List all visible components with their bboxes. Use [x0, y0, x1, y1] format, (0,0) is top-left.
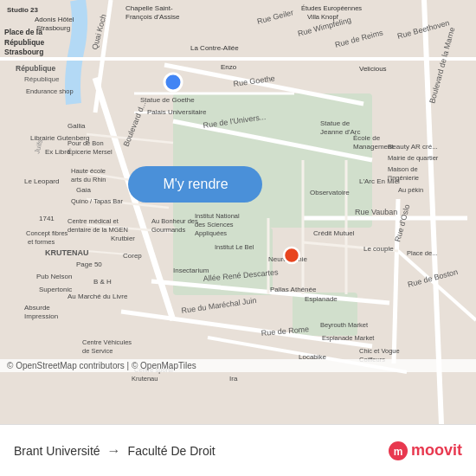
svg-text:Concept fibres: Concept fibres [26, 229, 68, 237]
svg-text:Chic et Vogue: Chic et Vogue [359, 347, 400, 355]
svg-text:Esplanade: Esplanade [305, 295, 338, 303]
svg-text:L'Arc En Miel: L'Arc En Miel [359, 177, 400, 185]
svg-text:B & H: B & H [93, 278, 112, 286]
svg-text:des Sciences: des Sciences [195, 221, 234, 228]
svg-text:Maison de: Maison de [388, 165, 418, 173]
copyright-bar: © OpenStreetMap contributors | © OpenMap… [0, 359, 476, 372]
svg-text:Studio 23: Studio 23 [7, 6, 39, 14]
svg-text:Place de la: Place de la [4, 28, 42, 36]
svg-text:François d'Assise: François d'Assise [125, 13, 180, 21]
svg-text:KRUTENAU: KRUTENAU [45, 248, 89, 257]
svg-text:Gourmands: Gourmands [151, 226, 185, 234]
svg-text:Rue Vauban: Rue Vauban [355, 208, 397, 216]
svg-text:Institut National: Institut National [195, 212, 240, 220]
svg-text:Impression: Impression [24, 312, 58, 320]
svg-text:Au pékin: Au pékin [398, 186, 423, 194]
svg-text:Corep: Corep [123, 252, 142, 260]
moovit-icon: m [389, 441, 408, 460]
svg-text:Statue de Goethe: Statue de Goethe [140, 96, 195, 104]
svg-text:Esplanade Market: Esplanade Market [322, 334, 375, 342]
destination-label: Faculté De Droit [128, 444, 215, 458]
svg-text:Endurance shop: Endurance shop [26, 87, 74, 95]
svg-text:Mairie de quartier: Mairie de quartier [388, 154, 439, 162]
svg-text:Page 50: Page 50 [76, 261, 102, 268]
svg-text:m: m [394, 446, 403, 458]
svg-point-121 [284, 248, 299, 263]
svg-text:Crédit Mutuel: Crédit Mutuel [313, 229, 355, 237]
moovit-logo: m moovit [389, 441, 462, 460]
svg-text:Velicious: Velicious [359, 65, 387, 73]
svg-text:Pour de Bon: Pour de Bon [68, 139, 104, 147]
svg-text:Place de...: Place de... [407, 249, 437, 257]
svg-text:Centre Véhicules: Centre Véhicules [82, 338, 132, 346]
svg-text:Ira: Ira [229, 375, 238, 383]
map-container: Rue Geiler Rue Wimpfeling Rue de Reims R… [0, 0, 476, 424]
svg-text:Statue de: Statue de [320, 119, 351, 127]
svg-text:1741: 1741 [39, 215, 55, 222]
svg-text:Haute école: Haute école [71, 167, 106, 175]
moovit-text: moovit [411, 441, 462, 460]
svg-text:Appliquées: Appliquées [195, 229, 227, 237]
svg-text:Krutenau: Krutenau [132, 375, 158, 383]
svg-text:Palais Universitaire: Palais Universitaire [147, 108, 207, 116]
svg-text:République: République [4, 38, 45, 47]
svg-text:Au Bonheur des: Au Bonheur des [151, 217, 198, 225]
svg-text:Le Leopard: Le Leopard [24, 177, 59, 185]
svg-text:dentaire de la MGEN: dentaire de la MGEN [68, 226, 128, 234]
svg-text:Gallia: Gallia [68, 122, 86, 130]
svg-text:Beauty AR cré...: Beauty AR cré... [388, 143, 438, 151]
svg-text:Absurde: Absurde [24, 304, 50, 312]
svg-text:Quino / Tapas Bar: Quino / Tapas Bar [71, 197, 123, 205]
svg-text:Institut Le Bel: Institut Le Bel [215, 243, 254, 251]
svg-text:Études Européennes: Études Européennes [301, 4, 362, 12]
copyright-text: © OpenStreetMap contributors | © OpenMap… [7, 361, 196, 370]
svg-text:Strasbourg: Strasbourg [4, 48, 43, 56]
svg-text:M'y rendre: M'y rendre [163, 177, 228, 191]
svg-text:Centre médical et: Centre médical et [68, 217, 119, 225]
origin-label: Brant Université [14, 444, 100, 458]
svg-text:Beyrouth Market: Beyrouth Market [320, 321, 369, 329]
svg-text:Adonis Hôtel: Adonis Hôtel [35, 16, 74, 23]
svg-text:Insectarium: Insectarium [173, 267, 209, 274]
svg-text:et formes: et formes [28, 238, 55, 246]
svg-text:Enzo: Enzo [221, 63, 237, 71]
svg-text:Gaia: Gaia [76, 186, 91, 194]
svg-text:Krutbier: Krutbier [111, 235, 135, 242]
svg-text:Chapelle Saint-: Chapelle Saint- [125, 4, 173, 12]
route-info: Brant Université → Faculté De Droit [14, 443, 215, 459]
svg-text:La Contre-Allée: La Contre-Allée [190, 44, 239, 52]
route-arrow: → [107, 443, 121, 459]
svg-text:Observatoire: Observatoire [310, 189, 350, 196]
svg-text:Pallas Athénée: Pallas Athénée [270, 286, 317, 293]
svg-text:Au Marché du Livre: Au Marché du Livre [68, 293, 128, 300]
svg-text:de Service: de Service [82, 347, 113, 355]
svg-text:République: République [16, 64, 56, 73]
svg-text:Épicerie Mersel: Épicerie Mersel [68, 148, 113, 156]
svg-text:Villa Knopf: Villa Knopf [307, 13, 339, 21]
bottom-bar: Brant Université → Faculté De Droit m mo… [0, 424, 476, 476]
svg-text:arts du Rhin: arts du Rhin [71, 176, 106, 183]
svg-text:École de: École de [353, 134, 381, 142]
svg-text:Le couple: Le couple [363, 245, 394, 253]
svg-text:Pub Nelson: Pub Nelson [36, 273, 72, 280]
svg-point-120 [164, 74, 182, 91]
svg-text:République: République [24, 75, 60, 83]
